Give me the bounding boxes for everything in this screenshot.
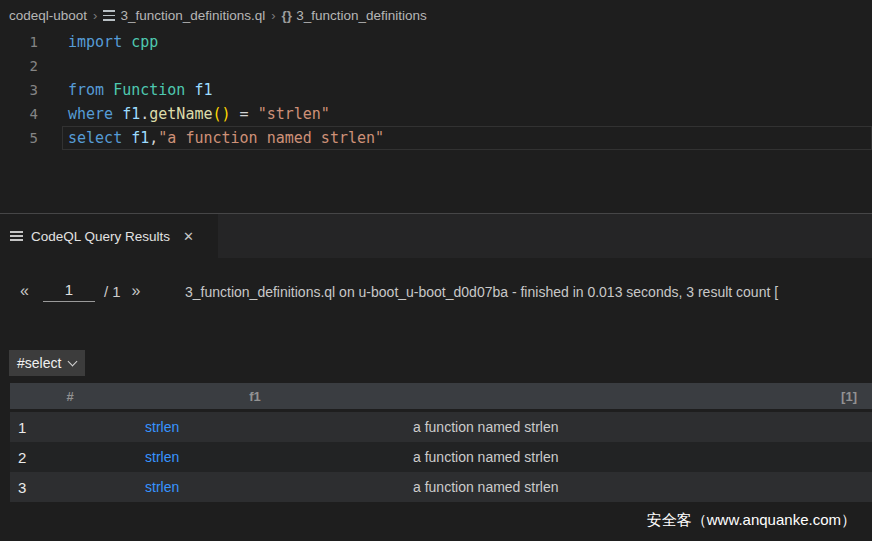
token-plain (113, 105, 122, 123)
code-lines: 1import cpp23from Function f14where f1.g… (0, 30, 872, 150)
token-paren: () (213, 105, 231, 123)
token-plain (122, 129, 131, 147)
breadcrumb-separator: › (271, 8, 275, 23)
code-editor[interactable]: 1import cpp23from Function f14where f1.g… (0, 30, 872, 150)
column-header-f1: f1 (130, 389, 380, 404)
code-text: import cpp (62, 30, 872, 54)
prev-page-button[interactable]: « (20, 283, 29, 299)
token-plain: . (140, 105, 149, 123)
breadcrumb-project[interactable]: codeql-uboot (9, 8, 87, 23)
token-variable: f1 (122, 105, 140, 123)
table-header-row: # f1 [1] (10, 383, 872, 409)
code-line[interactable]: 3from Function f1 (0, 78, 872, 102)
code-text: from Function f1 (62, 78, 872, 102)
result-link[interactable]: strlen (145, 479, 179, 495)
token-plain (104, 81, 113, 99)
code-text (62, 54, 872, 78)
token-plain: = (231, 105, 258, 123)
code-text: where f1.getName() = "strlen" (62, 102, 872, 126)
token-keyword: where (68, 105, 113, 123)
result-value: a function named strlen (380, 449, 872, 465)
results-table: # f1 [1] 1strlena function named strlen2… (10, 383, 872, 502)
token-type: cpp (131, 33, 158, 51)
page-total-label: / 1 (104, 283, 121, 300)
result-link-cell: strlen (130, 419, 380, 435)
code-line[interactable]: 5select f1,"a function named strlen" (0, 126, 872, 150)
select-dropdown-label: #select (17, 355, 61, 371)
column-header-1: [1] (380, 389, 872, 404)
tab-label: CodeQL Query Results (31, 229, 170, 244)
token-type: Function (113, 81, 185, 99)
result-link[interactable]: strlen (145, 449, 179, 465)
row-number: 3 (10, 479, 130, 496)
token-keyword: from (68, 81, 104, 99)
line-number: 3 (0, 78, 38, 102)
results-pager: « / 1 » (20, 280, 141, 302)
close-icon[interactable]: ✕ (183, 229, 194, 244)
code-line[interactable]: 4where f1.getName() = "strlen" (0, 102, 872, 126)
file-lines-icon (103, 10, 115, 21)
result-link-cell: strlen (130, 479, 380, 495)
token-variable: f1 (194, 81, 212, 99)
token-plain: , (149, 129, 158, 147)
result-link[interactable]: strlen (145, 419, 179, 435)
token-variable: f1 (131, 129, 149, 147)
line-number: 1 (0, 30, 38, 54)
row-number: 1 (10, 419, 130, 436)
token-method: getName (149, 105, 212, 123)
token-string: "a function named strlen" (158, 129, 384, 147)
symbol-braces-icon: {} (282, 8, 293, 23)
table-row: 3strlena function named strlen (10, 472, 872, 502)
results-tab-bar: CodeQL Query Results ✕ (0, 214, 872, 258)
chevron-down-icon (68, 356, 78, 366)
token-keyword: select (68, 129, 122, 147)
column-header-number: # (10, 389, 130, 404)
tab-codeql-query-results[interactable]: CodeQL Query Results ✕ (0, 214, 218, 258)
token-keyword: import (68, 33, 122, 51)
breadcrumb: codeql-uboot › 3_function_definitions.ql… (0, 0, 872, 30)
token-plain (122, 33, 131, 51)
result-value: a function named strlen (380, 419, 872, 435)
query-results-icon (10, 231, 23, 242)
line-number: 5 (0, 126, 38, 150)
line-number: 4 (0, 102, 38, 126)
watermark: 安全客（www.anquanke.com） (647, 511, 856, 530)
result-link-cell: strlen (130, 449, 380, 465)
page-input[interactable] (43, 280, 95, 302)
table-row: 2strlena function named strlen (10, 442, 872, 472)
breadcrumb-separator: › (93, 8, 97, 23)
code-text: select f1,"a function named strlen" (62, 126, 872, 150)
code-line[interactable]: 1import cpp (0, 30, 872, 54)
row-number: 2 (10, 449, 130, 466)
result-value: a function named strlen (380, 479, 872, 495)
breadcrumb-file[interactable]: 3_function_definitions.ql (120, 8, 265, 23)
code-line[interactable]: 2 (0, 54, 872, 78)
query-status: 3_function_definitions.ql on u-boot_u-bo… (185, 284, 872, 300)
table-row: 1strlena function named strlen (10, 412, 872, 442)
line-number: 2 (0, 54, 38, 78)
results-rows: 1strlena function named strlen2strlena f… (10, 412, 872, 502)
next-page-button[interactable]: » (132, 283, 141, 299)
token-string: "strlen" (258, 105, 330, 123)
breadcrumb-symbol[interactable]: 3_function_definitions (296, 8, 427, 23)
select-dropdown[interactable]: #select (9, 350, 85, 376)
